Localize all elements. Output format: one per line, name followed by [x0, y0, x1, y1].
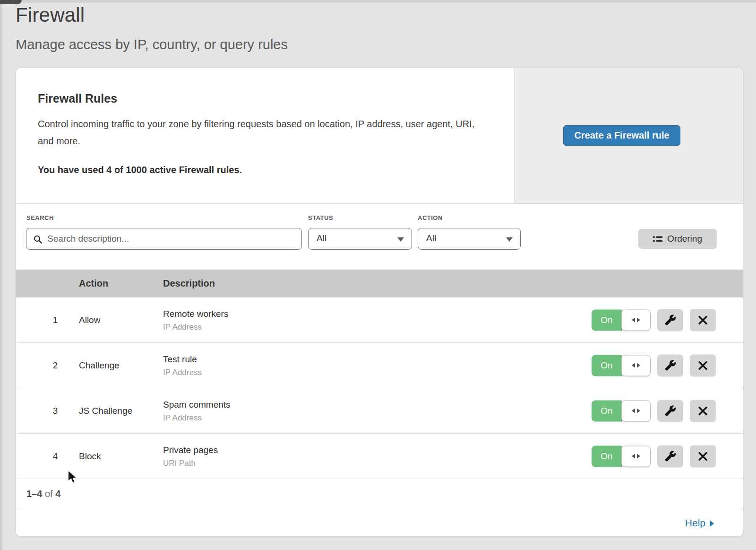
rule-enabled-toggle[interactable]: On: [592, 400, 651, 421]
search-input[interactable]: [47, 234, 301, 244]
toggle-on-label: On: [592, 400, 622, 421]
rule-description: Spam comments: [163, 399, 231, 410]
left-arrow-icon: [632, 318, 635, 323]
rule-controls: On: [592, 445, 716, 467]
rules-table-body: 1 Allow Remote workers IP Address On: [16, 297, 743, 479]
rule-enabled-toggle[interactable]: On: [592, 309, 651, 331]
left-arrow-icon: [632, 363, 635, 368]
create-firewall-rule-button[interactable]: Create a Firewall rule: [563, 125, 680, 146]
delete-rule-button[interactable]: [690, 400, 716, 422]
close-icon: [698, 315, 708, 325]
table-row: 1 Allow Remote workers IP Address On: [16, 297, 743, 343]
status-select-value: All: [317, 233, 326, 244]
edit-rule-button[interactable]: [657, 400, 683, 422]
rule-action: Allow: [79, 315, 100, 325]
rule-description: Test rule: [163, 354, 202, 364]
page-subtitle: Manage access by IP, country, or query r…: [16, 37, 288, 52]
toggle-handle[interactable]: [621, 400, 651, 421]
delete-rule-button[interactable]: [690, 354, 716, 376]
wrench-icon: [665, 314, 676, 326]
table-row: 3 JS Challenge Spam comments IP Address …: [16, 388, 743, 434]
rule-action: Challenge: [79, 360, 120, 371]
status-label: STATUS: [308, 214, 333, 221]
rule-match-type: IP Address: [163, 367, 202, 377]
right-triangle-icon: [710, 520, 714, 527]
rule-match-type: IP Address: [163, 413, 231, 422]
right-arrow-icon: [637, 454, 640, 459]
rule-description-cell: Test rule IP Address: [163, 354, 202, 377]
rule-action: JS Challenge: [79, 406, 132, 416]
rule-action: Block: [79, 451, 101, 462]
table-row: 2 Challenge Test rule IP Address On: [16, 343, 743, 388]
table-header-row: Action Description: [16, 270, 743, 297]
close-icon: [698, 406, 708, 416]
action-select-value: All: [426, 233, 436, 244]
search-icon: [33, 235, 43, 244]
toggle-on-label: On: [592, 309, 622, 331]
pagination-of: of: [45, 489, 53, 499]
rule-description-cell: Spam comments IP Address: [163, 399, 231, 422]
rule-controls: On: [592, 309, 716, 331]
pagination-summary: 1–4 of 4: [16, 479, 743, 509]
action-label: ACTION: [418, 214, 443, 221]
help-link-label: Help: [685, 509, 705, 537]
close-icon: [698, 360, 708, 370]
create-rule-panel: Create a Firewall rule: [514, 68, 743, 203]
help-row: Help: [16, 509, 743, 537]
rule-description: Private pages: [163, 445, 218, 455]
right-arrow-icon: [637, 318, 640, 323]
rule-description-cell: Remote workers IP Address: [163, 308, 228, 332]
rule-controls: On: [592, 354, 716, 376]
rule-priority: 2: [49, 360, 61, 371]
rule-priority: 1: [49, 315, 61, 325]
toggle-on-label: On: [592, 445, 622, 467]
status-select[interactable]: All: [308, 228, 412, 250]
wrench-icon: [665, 451, 676, 462]
rule-controls: On: [592, 400, 716, 422]
toggle-on-label: On: [592, 355, 622, 376]
close-icon: [698, 451, 708, 461]
help-link[interactable]: Help: [685, 509, 714, 537]
left-arrow-icon: [632, 409, 635, 413]
ordering-button[interactable]: Ordering: [638, 229, 717, 249]
pagination-text: 1–4 of 4: [26, 479, 60, 509]
window-left-edge: [0, 0, 3, 550]
edit-rule-button[interactable]: [657, 445, 683, 467]
edit-rule-button[interactable]: [657, 354, 683, 376]
table-row: 4 Block Private pages URI Path On: [16, 434, 743, 479]
chevron-down-icon: [397, 237, 404, 242]
rule-enabled-toggle[interactable]: On: [592, 355, 651, 376]
left-arrow-icon: [632, 454, 635, 459]
firewall-rules-card: Firewall Rules Control incoming traffic …: [16, 68, 743, 537]
pagination-range: 1–4: [26, 489, 42, 499]
wrench-icon: [665, 360, 676, 371]
right-arrow-icon: [637, 363, 640, 368]
intro-text-block: Firewall Rules Control incoming traffic …: [38, 68, 515, 175]
action-select[interactable]: All: [418, 228, 521, 250]
section-heading: Firewall Rules: [38, 92, 515, 105]
wrench-icon: [665, 405, 676, 417]
rule-priority: 3: [49, 406, 61, 416]
pagination-total: 4: [55, 489, 60, 499]
usage-summary: You have used 4 of 1000 active Firewall …: [38, 165, 515, 175]
page-title: Firewall: [16, 4, 85, 26]
rule-priority: 4: [49, 451, 61, 462]
column-header-description: Description: [163, 270, 215, 297]
filters-bar: SEARCH STATUS All ACTION All Orde: [16, 204, 743, 270]
rule-enabled-toggle[interactable]: On: [592, 445, 651, 467]
rule-description-cell: Private pages URI Path: [163, 445, 218, 468]
edit-rule-button[interactable]: [657, 309, 683, 331]
firewall-rules-intro-section: Firewall Rules Control incoming traffic …: [16, 68, 743, 204]
column-header-action: Action: [79, 270, 108, 297]
rule-description: Remote workers: [163, 308, 228, 319]
delete-rule-button[interactable]: [690, 445, 716, 467]
toggle-handle[interactable]: [621, 355, 651, 376]
chevron-down-icon: [506, 237, 513, 242]
section-description: Control incoming traffic to your zone by…: [38, 115, 484, 149]
toggle-handle[interactable]: [621, 309, 651, 331]
rule-match-type: IP Address: [163, 322, 228, 332]
delete-rule-button[interactable]: [690, 309, 716, 331]
search-label: SEARCH: [26, 214, 54, 221]
toggle-handle[interactable]: [621, 445, 651, 467]
right-arrow-icon: [637, 409, 640, 413]
